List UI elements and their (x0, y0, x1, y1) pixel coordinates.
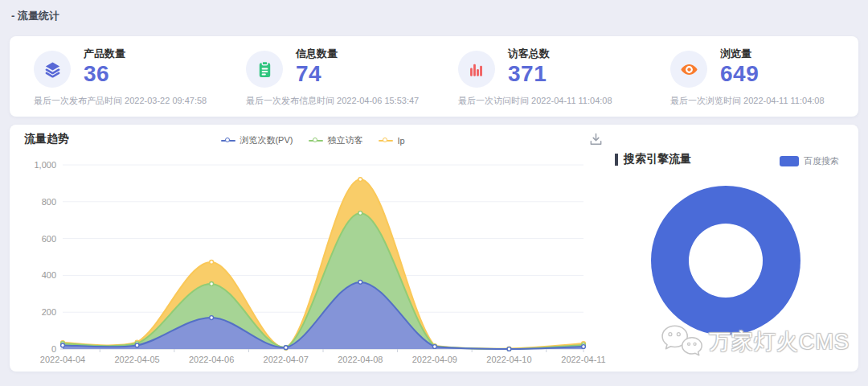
download-icon[interactable] (589, 133, 604, 147)
y-axis-label: 1,000 (34, 160, 56, 170)
stat-label: 信息数量 (296, 47, 338, 61)
stat-label: 浏览量 (720, 47, 759, 61)
data-point (284, 346, 288, 350)
stats-panel: 产品数量 36 最后一次发布产品时间 2022-03-22 09:47:58 信… (10, 36, 858, 117)
bar-chart-icon (458, 51, 495, 88)
y-axis-label: 600 (42, 234, 56, 244)
layers-icon (34, 51, 71, 88)
donut-hole (689, 224, 763, 298)
stat-label: 产品数量 (84, 47, 125, 61)
stat-value: 371 (508, 61, 550, 87)
data-point (358, 280, 362, 284)
data-point (582, 345, 586, 349)
legend-marker (379, 140, 393, 142)
stat-label: 访客总数 (508, 47, 550, 61)
legend-label: Ip (397, 136, 404, 146)
y-axis-label: 800 (42, 197, 56, 207)
charts-panel: 流量趋势 浏览次数(PV)独立访客Ip 02004006008001,00020… (10, 125, 858, 372)
title-bar-decoration (615, 154, 618, 166)
legend-item[interactable]: 浏览次数(PV) (221, 134, 293, 146)
x-axis-label: 2022-04-06 (189, 355, 234, 364)
x-axis-label: 2022-04-09 (412, 355, 457, 364)
data-point (210, 261, 214, 265)
data-point (507, 347, 511, 351)
data-point (61, 343, 65, 347)
data-point (135, 343, 139, 347)
legend-item[interactable]: 独立访客 (309, 134, 362, 146)
trend-legend: 浏览次数(PV)独立访客Ip (10, 134, 616, 146)
stat-timestamp: 最后一次发布产品时间 2022-03-22 09:47:58 (34, 95, 222, 107)
legend-item-baidu[interactable]: 百度搜索 (780, 155, 839, 167)
legend-marker (309, 140, 323, 142)
x-axis-label: 2022-04-05 (114, 355, 159, 364)
stat-value: 649 (720, 61, 759, 87)
stat-card-products: 产品数量 36 最后一次发布产品时间 2022-03-22 09:47:58 (10, 36, 222, 117)
x-axis-label: 2022-04-11 (561, 355, 605, 364)
x-axis-label: 2022-04-08 (338, 355, 383, 364)
x-axis-label: 2022-04-10 (486, 355, 531, 364)
y-axis-label: 200 (42, 307, 56, 317)
trend-chart[interactable]: 02004006008001,0002022-04-042022-04-0520… (10, 125, 616, 372)
stat-value: 74 (296, 61, 338, 87)
stat-value: 36 (84, 61, 125, 87)
legend-item[interactable]: Ip (379, 134, 404, 146)
stat-card-visitors: 访客总数 371 最后一次访问时间 2022-04-11 11:04:08 (434, 36, 646, 117)
legend-marker (221, 140, 235, 142)
legend-label: 独立访客 (327, 134, 362, 146)
donut-chart[interactable] (651, 186, 800, 335)
clipboard-icon (246, 51, 283, 88)
y-axis-label: 0 (51, 344, 56, 354)
stat-timestamp: 最后一次发布信息时间 2022-04-06 15:53:47 (246, 95, 434, 107)
eye-icon (670, 51, 707, 88)
search-engine-title: 搜索引擎流量 (615, 152, 691, 166)
data-point (210, 316, 214, 320)
legend-label: 浏览次数(PV) (240, 134, 293, 146)
x-axis-label: 2022-04-04 (40, 355, 85, 364)
data-point (358, 211, 362, 216)
x-axis-label: 2022-04-07 (264, 355, 309, 364)
data-point (432, 345, 436, 349)
stat-card-pageviews: 浏览量 649 最后一次浏览时间 2022-04-11 11:04:08 (646, 36, 858, 117)
stat-card-articles: 信息数量 74 最后一次发布信息时间 2022-04-06 15:53:47 (222, 36, 434, 117)
page-title: - 流量统计 (11, 9, 59, 23)
legend-swatch (780, 156, 799, 166)
data-point (358, 178, 362, 182)
y-axis-label: 400 (42, 270, 56, 280)
data-point (210, 282, 214, 286)
stat-timestamp: 最后一次浏览时间 2022-04-11 11:04:08 (670, 95, 858, 107)
search-engine-section: 搜索引擎流量 百度搜索 (608, 125, 858, 372)
stat-timestamp: 最后一次访问时间 2022-04-11 11:04:08 (458, 95, 646, 107)
